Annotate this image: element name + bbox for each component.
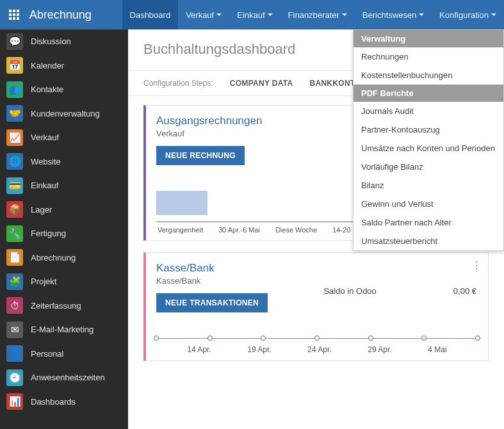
card-more-icon[interactable]: ⋮ (471, 259, 482, 271)
app-title: Abrechnung (28, 0, 122, 29)
axis-dot (314, 336, 320, 341)
sidebar-item-label: Projekt (31, 277, 56, 286)
timeline-label: 30 Apr.-6 Mai (218, 226, 260, 234)
step-company-data[interactable]: COMPANY DATA (230, 79, 293, 88)
sidebar-item-kalender[interactable]: 📅Kalender (0, 54, 128, 78)
app-icon: 🧩 (6, 273, 23, 290)
topmenu-berichtswesen[interactable]: Berichtswesen (355, 0, 432, 29)
chevron-down-icon (419, 13, 424, 16)
sidebar-item-fertigung[interactable]: 🔧Fertigung (0, 222, 128, 246)
app-icon: 📊 (6, 393, 23, 410)
topmenu-einkauf[interactable]: Einkauf (229, 0, 280, 29)
app-icon: 🌐 (6, 153, 23, 170)
dropdown-item[interactable]: Gewinn und Verlust (354, 195, 503, 213)
sidebar-item-abrechnung[interactable]: 📄Abrechnung (0, 246, 128, 270)
dropdown-header: PDF Berichte (354, 85, 503, 102)
topmenu-finanzberater[interactable]: Finanzberater (280, 0, 355, 29)
config-steps-label: Configuration Steps: (143, 79, 213, 88)
dropdown-header: Verwaltung (354, 30, 503, 47)
topbar: Abrechnung DashboardVerkaufEinkaufFinanz… (0, 0, 504, 29)
sidebar-item-label: Zeiterfassung (31, 301, 81, 311)
app-icon: 📄 (6, 249, 23, 266)
sidebar-item-label: Lager (31, 205, 52, 214)
card-kasse-bank: Kasse/Bank Kasse/Bank NEUE TRANSAKTIONEN… (143, 252, 489, 361)
card-subtitle: Kasse/Bank (156, 276, 478, 286)
sidebar-item-label: Verkauf (31, 133, 59, 142)
neue-rechnung-button[interactable]: NEUE RECHNUNG (156, 146, 245, 165)
sidebar-item-e-mail-marketing[interactable]: ✉E-Mail-Marketing (0, 318, 128, 342)
dropdown-item[interactable]: Kostenstellenbuchungen (354, 66, 503, 85)
axis-label: 14 Apr. (187, 345, 211, 354)
axis-dot (154, 336, 159, 341)
dropdown-item[interactable]: Vorläufige Bilanz (354, 158, 503, 176)
card-title[interactable]: Kasse/Bank (156, 262, 478, 275)
axis-label: 24 Apr. (307, 345, 331, 354)
sidebar: 💬Diskussion📅Kalender👥Kontakte🤝Kundenverw… (0, 29, 128, 429)
app-icon: 📈 (6, 129, 23, 146)
berichtswesen-dropdown: VerwaltungRechnungenKostenstellenbuchung… (353, 29, 504, 251)
app-switcher-icon[interactable] (0, 0, 28, 29)
sidebar-item-kundenverwaltung[interactable]: 🤝Kundenverwaltung (0, 102, 128, 126)
axis-dot (368, 336, 373, 341)
app-icon: 🕘 (6, 369, 23, 386)
sidebar-item-label: Kundenverwaltung (31, 109, 100, 118)
sidebar-item-label: Kalender (31, 61, 64, 70)
axis-label: 4 Mai (428, 345, 446, 354)
neue-transaktionen-button[interactable]: NEUE TRANSAKTIONEN (156, 293, 268, 312)
axis-dot (207, 336, 213, 341)
chevron-down-icon (216, 13, 222, 16)
app-icon: 📦 (6, 201, 23, 218)
saldo-row: Saldo in Odoo 0,00 € (323, 286, 476, 296)
sidebar-item-kontakte[interactable]: 👥Kontakte (0, 77, 128, 102)
chevron-down-icon (342, 13, 347, 16)
topmenu-verkauf[interactable]: Verkauf (178, 0, 229, 29)
bank-axis (156, 338, 478, 339)
sidebar-item-label: Personal (31, 349, 63, 359)
sidebar-item-label: Fertigung (31, 229, 66, 238)
sidebar-item-label: Website (31, 157, 61, 166)
chevron-down-icon (268, 13, 273, 16)
app-icon: 🔧 (6, 225, 23, 242)
sidebar-item-label: Anwesenheitszeiten (31, 373, 105, 382)
app-icon: 📅 (6, 57, 23, 74)
sidebar-item-dashboards[interactable]: 📊Dashboards (0, 390, 128, 414)
app-icon: ⏱ (6, 297, 23, 314)
dropdown-item[interactable]: Umsatzsteuerbericht (354, 232, 503, 250)
app-icon: 👥 (6, 81, 23, 98)
topmenu-konfiguration[interactable]: Konfiguration (432, 0, 504, 29)
sidebar-item-lager[interactable]: 📦Lager (0, 198, 128, 222)
top-menu: DashboardVerkaufEinkaufFinanzberaterBeri… (122, 0, 504, 29)
sidebar-item-website[interactable]: 🌐Website (0, 150, 128, 174)
sidebar-item-label: Kontakte (31, 85, 63, 94)
sidebar-item-label: Einkauf (31, 181, 58, 190)
app-icon: 💳 (6, 177, 23, 194)
axis-dot (475, 336, 480, 341)
sidebar-item-label: Abrechnung (31, 253, 76, 263)
axis-dot (421, 336, 427, 341)
dropdown-item[interactable]: Rechnungen (354, 47, 503, 66)
axis-label: 19 Apr. (247, 345, 271, 354)
sidebar-item-label: E-Mail-Marketing (31, 325, 93, 334)
app-icon: 👤 (6, 345, 23, 362)
sidebar-item-verkauf[interactable]: 📈Verkauf (0, 125, 128, 150)
dropdown-item[interactable]: Bilanz (354, 176, 503, 195)
dropdown-item[interactable]: Umsätze nach Konten und Perioden (354, 139, 503, 158)
sidebar-item-label: Diskussion (31, 36, 71, 46)
topmenu-dashboard[interactable]: Dashboard (122, 0, 179, 29)
sidebar-item-projekt[interactable]: 🧩Projekt (0, 270, 128, 294)
app-icon: 💬 (6, 33, 23, 50)
app-icon: 🤝 (6, 105, 23, 122)
sidebar-item-personal[interactable]: 👤Personal (0, 342, 128, 366)
saldo-value: 0,00 € (453, 286, 476, 296)
sidebar-item-diskussion[interactable]: 💬Diskussion (0, 29, 128, 54)
axis-label: 29 Apr. (368, 345, 391, 354)
dropdown-item[interactable]: Journals Audit (354, 102, 503, 120)
timeline-label: Diese Woche (275, 226, 317, 234)
sidebar-item-anwesenheitszeiten[interactable]: 🕘Anwesenheitszeiten (0, 366, 128, 390)
dropdown-item[interactable]: Saldo Partner nach Alter (354, 213, 503, 232)
sidebar-item-einkauf[interactable]: 💳Einkauf (0, 174, 128, 198)
sidebar-item-zeiterfassung[interactable]: ⏱Zeiterfassung (0, 294, 128, 318)
chevron-down-icon (491, 13, 496, 16)
dropdown-item[interactable]: Partner-Kontoauszug (354, 120, 503, 139)
sidebar-item-label: Dashboards (31, 397, 76, 407)
